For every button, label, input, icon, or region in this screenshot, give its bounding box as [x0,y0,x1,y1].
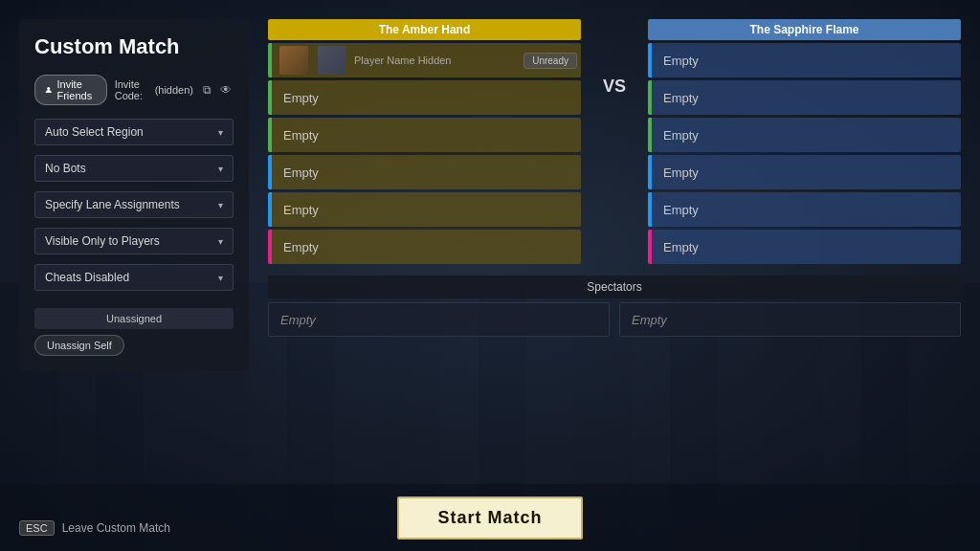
lane-indicator [268,118,272,152]
team-amber-header: The Amber Hand [268,19,581,40]
eye-icon[interactable]: 👁 [220,83,234,97]
chevron-down-icon: ▾ [218,273,223,283]
player-slot-sapphire-3[interactable]: Empty [648,118,961,152]
player-name: Player Name Hidden [354,55,516,66]
lane-indicator [648,230,652,264]
empty-slot-content: Empty [276,91,573,105]
lane-dropdown[interactable]: Specify Lane Assignments ▾ [34,191,234,218]
esc-label: ESC Leave Custom Match [19,520,170,536]
avatar [279,46,308,75]
empty-slot-content: Empty [656,203,953,217]
chevron-down-icon: ▾ [218,127,223,138]
player-slot-amber-3[interactable]: Empty [268,118,581,152]
match-area: The Amber Hand Player Name Hidden Unread… [268,19,961,474]
person-icon [45,84,52,96]
avatar-2 [318,46,346,75]
empty-slot-content: Empty [656,165,953,180]
chevron-down-icon: ▾ [218,200,223,210]
cheats-dropdown[interactable]: Cheats Disabled ▾ [34,264,234,291]
lane-indicator [648,118,652,152]
player-slot-amber-4[interactable]: Empty [268,155,581,189]
lane-indicator [648,192,652,227]
start-match-button[interactable]: Start Match [397,496,582,540]
spectator-slot-1[interactable]: Empty [268,302,610,337]
invite-icons: ⧉ 👁 [203,83,234,97]
invite-friends-button[interactable]: Invite Friends [34,75,107,105]
team-sapphire-panel: The Sapphire Flame Empty Empty [648,19,961,264]
player-slot-sapphire-1[interactable]: Empty [648,43,961,77]
empty-slot-content: Empty [276,165,573,180]
empty-slot-content: Empty [656,240,953,254]
bottom-bar: Start Match ESC Leave Custom Match [0,484,980,551]
player-slot-sapphire-6[interactable]: Empty [648,230,961,264]
empty-slot-content: Empty [276,128,573,143]
empty-slot-content: Empty [656,54,953,68]
player-slot-sapphire-4[interactable]: Empty [648,155,961,189]
empty-slot-content: Empty [276,203,573,217]
leave-label: Leave Custom Match [62,521,170,535]
vs-divider: VS [590,19,638,97]
player-slot-sapphire-5[interactable]: Empty [648,192,961,227]
lane-indicator [268,155,272,189]
player-slot-amber-1[interactable]: Player Name Hidden Unready [268,43,581,77]
main-content: Custom Match Invite Friends Invite Code:… [0,0,980,551]
lane-indicator [648,80,652,115]
svg-point-0 [47,87,50,90]
invite-row: Invite Friends Invite Code: (hidden) ⧉ 👁 [34,75,234,105]
team-amber-panel: The Amber Hand Player Name Hidden Unread… [268,19,581,264]
lane-indicator [268,192,272,227]
esc-key: ESC [19,520,55,536]
player-slot-sapphire-2[interactable]: Empty [648,80,961,115]
invite-code-label: Invite Code: [115,78,147,101]
visibility-dropdown[interactable]: Visible Only to Players ▾ [34,228,234,254]
lane-indicator [268,43,272,77]
spectators-header: Spectators [268,276,961,298]
teams-row: The Amber Hand Player Name Hidden Unread… [268,19,961,264]
team-sapphire-header: The Sapphire Flame [648,19,961,40]
player-slot-content: Player Name Hidden Unready [272,46,577,75]
empty-slot-content: Empty [276,240,573,254]
player-slot-amber-2[interactable]: Empty [268,80,581,115]
unassign-self-button[interactable]: Unassign Self [34,335,124,356]
chevron-down-icon: ▾ [218,164,223,174]
player-slot-amber-6[interactable]: Empty [268,230,581,264]
page-title: Custom Match [34,34,234,59]
chevron-down-icon: ▾ [218,236,223,247]
top-area: Custom Match Invite Friends Invite Code:… [0,0,980,484]
player-slot-amber-5[interactable]: Empty [268,192,581,227]
spectator-slot-2[interactable]: Empty [619,302,961,337]
unassigned-label: Unassigned [34,308,234,329]
invite-code-value: (hidden) [155,84,193,96]
bots-dropdown[interactable]: No Bots ▾ [34,155,234,182]
empty-slot-content: Empty [656,91,953,105]
lane-indicator [268,230,272,264]
unready-button[interactable]: Unready [523,53,577,69]
left-panel: Custom Match Invite Friends Invite Code:… [19,19,249,371]
spectators-section: Spectators Empty Empty [268,276,961,337]
lane-indicator [648,43,652,77]
region-dropdown[interactable]: Auto Select Region ▾ [34,119,234,145]
copy-icon[interactable]: ⧉ [203,83,216,97]
spectators-row: Empty Empty [268,302,961,337]
empty-slot-content: Empty [656,128,953,143]
unassigned-section: Unassigned Unassign Self [34,308,234,356]
lane-indicator [268,80,272,115]
lane-indicator [648,155,652,189]
